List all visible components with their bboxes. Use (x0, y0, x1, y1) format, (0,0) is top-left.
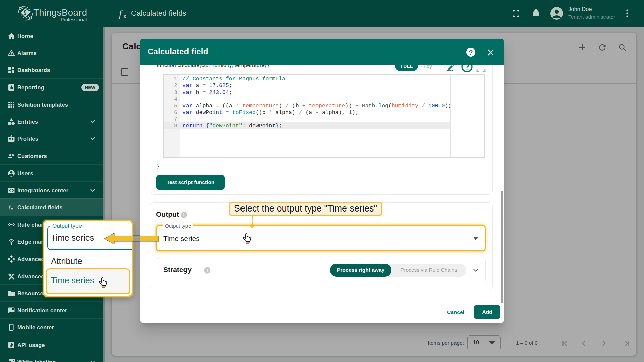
svg-text:?: ? (469, 49, 473, 56)
svg-text:f: f (9, 204, 11, 210)
svg-text:x: x (11, 207, 13, 211)
